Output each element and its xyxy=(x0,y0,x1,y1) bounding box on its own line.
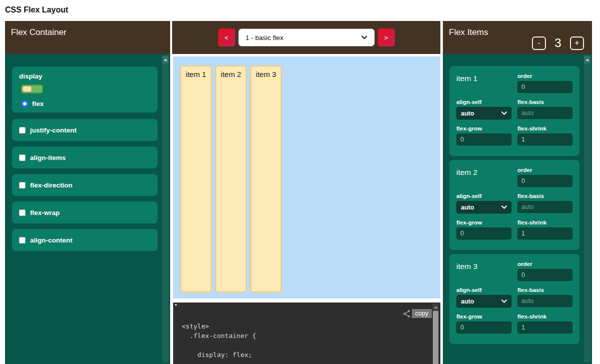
flex-container-panel-header: Flex Container xyxy=(5,21,170,54)
align-content-checkbox[interactable] xyxy=(19,237,26,244)
previous-example-button[interactable]: < xyxy=(218,28,235,46)
flex-basis-label: flex-basis xyxy=(517,287,572,293)
item-card-title: item 2 xyxy=(456,168,511,187)
flex-radio-button[interactable] xyxy=(21,100,29,108)
flex-shrink-input[interactable] xyxy=(517,134,572,146)
flex-radio-label: flex xyxy=(32,100,44,108)
align-self-value: auto xyxy=(461,110,474,117)
align-self-select[interactable]: auto xyxy=(456,107,511,120)
flex-grow-label: flex-grow xyxy=(456,126,511,132)
flex-wrap-checkbox[interactable] xyxy=(19,210,26,216)
display-label: display xyxy=(19,72,151,80)
flex-grow-label: flex-grow xyxy=(456,314,511,320)
scroll-up-arrow-icon[interactable] xyxy=(432,304,439,310)
align-content-card: align-content xyxy=(12,229,158,251)
flex-container-panel-body: display flex justify-content align-items xyxy=(5,54,170,364)
flex-grow-input[interactable] xyxy=(456,228,511,240)
justify-content-checkbox[interactable] xyxy=(19,127,26,134)
flex-items-panel-body: item 1 order align-self auto flex-basis xyxy=(443,54,592,364)
item-2-settings-card: item 2 order align-self auto flex-basis xyxy=(449,160,579,250)
chevron-down-icon xyxy=(501,206,507,209)
flex-grow-input[interactable] xyxy=(456,322,511,334)
align-items-checkbox[interactable] xyxy=(19,154,26,161)
flex-basis-input[interactable] xyxy=(517,107,572,119)
justify-content-card: justify-content xyxy=(12,119,158,141)
flex-basis-label: flex-basis xyxy=(517,99,572,105)
add-item-button[interactable]: + xyxy=(570,36,584,50)
page-title: CSS Flex Layout xyxy=(5,6,68,14)
flex-basis-label: flex-basis xyxy=(517,193,572,199)
preview-flex-item: item 3 xyxy=(250,66,282,292)
copy-code-button[interactable]: copy xyxy=(412,309,432,318)
order-input[interactable] xyxy=(517,81,572,93)
align-self-value: auto xyxy=(461,204,474,211)
align-self-select[interactable]: auto xyxy=(456,201,511,214)
align-items-card: align-items xyxy=(12,146,158,168)
code-scrollbar-thumb[interactable] xyxy=(433,311,438,364)
align-content-label: align-content xyxy=(30,236,73,244)
align-self-value: auto xyxy=(461,298,474,305)
order-label: order xyxy=(517,73,572,79)
right-panel-scrollbar[interactable] xyxy=(584,56,590,362)
example-selector-bar: < 1 - basic flex > xyxy=(172,21,440,54)
item-count-value: 3 xyxy=(553,36,563,50)
order-input[interactable] xyxy=(517,175,572,187)
display-property-card: display flex xyxy=(12,66,158,112)
code-line xyxy=(182,340,256,350)
left-panel-scrollbar[interactable] xyxy=(162,56,169,362)
flex-grow-label: flex-grow xyxy=(456,220,511,226)
item-3-settings-card: item 3 order align-self auto flex-basis xyxy=(449,254,579,344)
share-icon[interactable] xyxy=(402,310,411,318)
example-select[interactable]: 1 - basic flex xyxy=(238,28,375,46)
preview-flex-item: item 1 xyxy=(180,66,212,292)
flex-container-panel: Flex Container display flex justify-cont… xyxy=(5,21,170,364)
item-card-title: item 3 xyxy=(456,262,511,281)
scroll-up-arrow-icon[interactable] xyxy=(162,56,169,64)
chevron-down-icon xyxy=(361,36,367,40)
item-card-title: item 1 xyxy=(456,74,511,93)
example-select-value: 1 - basic flex xyxy=(246,34,284,42)
app-screen: CSS Flex Layout Flex Container display f… xyxy=(0,0,600,364)
flex-direction-label: flex-direction xyxy=(30,182,73,189)
code-line: display: flex; xyxy=(182,350,256,360)
flex-wrap-label: flex-wrap xyxy=(30,209,60,216)
code-scrollbar[interactable] xyxy=(432,304,439,364)
flex-wrap-card: flex-wrap xyxy=(12,202,158,224)
align-self-label: align-self xyxy=(456,193,511,199)
chevron-down-icon xyxy=(501,112,507,115)
preview-column: < 1 - basic flex > item 1 item 2 item 3 … xyxy=(172,21,440,364)
align-self-label: align-self xyxy=(456,287,511,293)
code-caret-dot xyxy=(175,304,177,306)
flex-items-panel: Flex Items - 3 + item 1 order align-self… xyxy=(443,21,592,364)
flex-basis-input[interactable] xyxy=(517,201,572,213)
code-panel: <style> .flex-container { display: flex;… xyxy=(173,302,440,364)
preview-flex-item: item 2 xyxy=(215,66,247,292)
flex-shrink-label: flex-shrink xyxy=(517,126,572,132)
flex-grow-input[interactable] xyxy=(456,134,511,146)
flex-items-title: Flex Items xyxy=(449,28,488,37)
flex-shrink-label: flex-shrink xyxy=(517,220,572,226)
flex-shrink-label: flex-shrink xyxy=(517,314,572,320)
flex-shrink-input[interactable] xyxy=(517,322,572,334)
next-example-button[interactable]: > xyxy=(378,28,395,46)
chevron-down-icon xyxy=(501,300,507,303)
item-1-settings-card: item 1 order align-self auto flex-basis xyxy=(449,66,579,156)
order-input[interactable] xyxy=(517,269,572,281)
toggle-knob xyxy=(23,86,32,92)
remove-item-button[interactable]: - xyxy=(532,36,546,50)
order-label: order xyxy=(517,167,572,173)
align-items-label: align-items xyxy=(30,154,66,162)
code-line: .flex-container { xyxy=(182,331,256,340)
flex-direction-checkbox[interactable] xyxy=(19,182,26,188)
order-label: order xyxy=(517,261,572,267)
flex-shrink-input[interactable] xyxy=(517,228,572,240)
scroll-up-arrow-icon[interactable] xyxy=(584,56,590,64)
flex-basis-input[interactable] xyxy=(517,295,572,307)
align-self-select[interactable]: auto xyxy=(456,295,511,308)
css-code-block: <style> .flex-container { display: flex; xyxy=(182,322,256,360)
display-toggle-switch[interactable] xyxy=(21,84,43,94)
flex-preview-container: item 1 item 2 item 3 xyxy=(173,56,440,298)
item-count-controls: - 3 + xyxy=(532,36,584,50)
flex-items-panel-header: Flex Items - 3 + xyxy=(443,21,592,54)
align-self-label: align-self xyxy=(456,99,511,105)
